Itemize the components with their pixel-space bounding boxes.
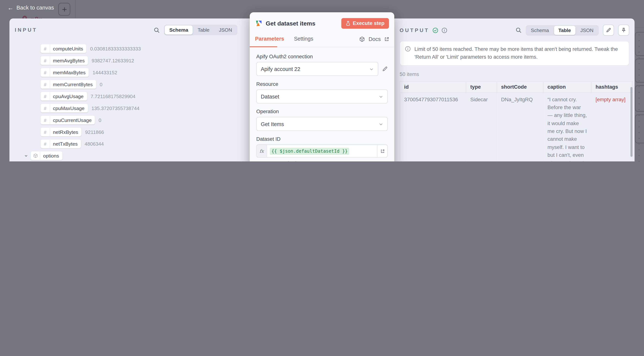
chevron-down-icon[interactable] [24,154,28,158]
number-type-icon: # [40,80,50,89]
search-icon[interactable] [515,27,522,33]
tab-parameters[interactable]: Parameters [255,36,284,46]
schema-row: #memCurrentBytes0 [10,78,243,90]
number-type-icon: # [40,68,50,77]
info-icon [405,46,411,61]
open-expression-editor-icon[interactable] [377,145,387,157]
empty-array-value: [empty array] [596,97,626,102]
node-title: Get dataset items [266,20,338,27]
modal-tabs: ParametersSettings Docs [250,32,394,47]
pin-data-button[interactable] [618,24,629,36]
operation-label: Operation [256,109,388,114]
back-to-canvas-button[interactable]: ← Back to canvas [8,4,54,10]
output-panel: OUTPUT SchemaTableJSON [394,18,634,161]
schema-row: #memMaxBytes144433152 [10,66,243,78]
input-tab-schema[interactable]: Schema [165,25,193,34]
input-tab-table[interactable]: Table [193,25,214,34]
schema-value: 7.721168175829904 [90,93,136,99]
docs-link[interactable]: Docs [360,36,389,45]
schema-key-label: memCurrentBytes [53,81,92,87]
add-node-button[interactable] [58,3,70,15]
column-header-hashtags[interactable]: hashtags [591,81,632,92]
output-table: idtypeshortCodecaptionhashtagsmentions37… [400,81,633,161]
schema-value: 0.03081833333333333 [90,46,141,51]
schema-key[interactable]: #cpuAvgUsage [40,92,87,100]
schema-key[interactable]: #memMaxBytes [40,68,89,77]
column-header-id[interactable]: id [400,81,466,92]
edit-connection-icon[interactable] [382,66,388,72]
expression-value: {{ $json.defaultDatasetId }} [270,147,349,154]
node-settings-modal: Get dataset items Execute step Parameter… [250,12,394,161]
schema-value: 144433152 [92,70,117,75]
background-panel-ghost [635,32,644,56]
schema-key-label: netRxBytes [53,129,78,135]
schema-key[interactable]: #memCurrentBytes [40,80,96,89]
tab-settings[interactable]: Settings [294,36,314,46]
schema-row: #cpuAvgUsage7.721168175829904 [10,90,243,102]
execute-step-label: Execute step [353,20,384,26]
schema-key[interactable]: #memAvgBytes [40,56,88,65]
number-type-icon: # [40,92,50,100]
output-title: OUTPUT [400,27,430,33]
docs-label: Docs [368,36,381,42]
schema-key[interactable]: #netRxBytes [40,128,82,136]
limit-notice: Limit of 50 items reached. There may be … [400,41,629,65]
search-icon[interactable] [154,27,160,33]
output-tab-table[interactable]: Table [554,26,576,35]
schema-key-label: options [43,153,59,159]
number-type-icon: # [40,128,50,136]
schema-key[interactable]: #computeUnits [40,44,86,53]
success-check-icon [433,27,438,33]
schema-key-label: netTxBytes [53,141,78,147]
input-tab-json[interactable]: JSON [214,25,237,34]
schema-key[interactable]: #cpuMaxUsage [40,104,88,112]
scrollbar[interactable] [630,87,632,157]
schema-key-label: memMaxBytes [53,70,86,75]
canvas-dot [638,57,639,58]
schema-key[interactable]: #netTxBytes [40,139,81,148]
cell-id: 3700547793077011536 [400,92,466,161]
table-row[interactable]: 3700547793077011536SidecarDNa_JyItgRQ“I … [400,92,633,161]
output-tab-schema[interactable]: Schema [526,26,554,35]
object-type-icon [31,151,40,160]
resource-select[interactable]: Dataset [256,89,388,103]
schema-value: 0 [98,117,101,123]
column-header-type[interactable]: type [466,81,497,92]
expression-resolved-value: 1Z4q8Ic2zRAfpSbnp [256,160,388,161]
input-title: INPUT [15,27,37,33]
number-type-icon: # [40,139,50,148]
dataset-id-label: Dataset ID [256,136,388,142]
active-tab-underline [250,46,277,47]
schema-value: 9382747.12633912 [92,58,134,63]
run-info-icon[interactable] [442,27,448,33]
number-type-icon: # [40,56,50,65]
caption-text: “I cannot cry. Before the war — any litt… [548,96,587,161]
operation-select[interactable]: Get Items [256,117,388,131]
schema-row: #cpuMaxUsage135.37207355738744 [10,102,243,114]
column-header-caption[interactable]: caption [543,81,591,92]
schema-value: 4806344 [84,141,104,147]
cell-shortCode: DNa_JyItgRQ [497,92,543,161]
input-schema-list: #computeUnits0.03081833333333333#memAvgB… [10,43,243,161]
number-type-icon: # [40,44,50,53]
cell-type: Sidecar [466,92,497,161]
input-panel: INPUT SchemaTableJSON #computeUnits0.030… [10,18,243,161]
canvas-dot [638,144,639,144]
dataset-id-expression-input[interactable]: fx {{ $json.defaultDatasetId }} [256,144,388,158]
schema-value: 9211866 [85,129,104,135]
back-arrow-icon: ← [8,4,14,10]
canvas-dot [638,155,639,156]
schema-value: 135.37207355738744 [92,105,140,111]
external-link-icon [384,37,389,41]
column-header-shortCode[interactable]: shortCode [497,81,543,92]
number-type-icon: # [40,104,50,112]
schema-key[interactable]: #cpuCurrentUsage [40,116,95,124]
output-tab-json[interactable]: JSON [576,26,598,35]
output-table-wrap: idtypeshortCodecaptionhashtagsmentions37… [400,81,633,161]
output-display-mode-tabs: SchemaTableJSON [526,25,599,35]
edit-output-button[interactable] [603,24,614,36]
connection-select[interactable]: Apify account 22 [256,62,378,76]
execute-step-button[interactable]: Execute step [341,18,389,29]
schema-key[interactable]: options [31,151,62,160]
chevron-down-icon [369,67,374,71]
